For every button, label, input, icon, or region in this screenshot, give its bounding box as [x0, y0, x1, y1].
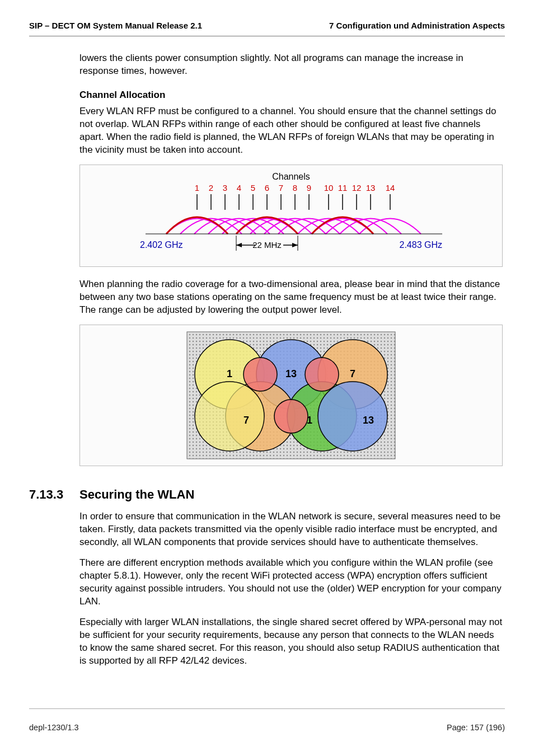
heading-channel-allocation: Channel Allocation [79, 89, 503, 102]
svg-text:2: 2 [209, 183, 213, 192]
svg-text:5: 5 [251, 183, 255, 192]
bandwidth-indicator: 22 MHz [236, 236, 298, 251]
svg-point-44 [243, 358, 277, 391]
svg-text:14: 14 [386, 183, 395, 192]
svg-text:22 MHz: 22 MHz [252, 240, 282, 250]
section-number: 7.13.3 [29, 486, 79, 503]
svg-text:6: 6 [265, 183, 269, 192]
para-securing-3: Especially with larger WLAN installation… [79, 616, 503, 668]
svg-text:1: 1 [227, 368, 232, 379]
header-left: SIP – DECT OM System Manual Release 2.1 [29, 20, 202, 31]
channels-diagram: Channels 1 2 3 4 5 6 7 8 9 10 11 12 13 [90, 170, 493, 262]
section-heading: 7.13.3 Securing the WLAN [29, 486, 505, 503]
footer-right: Page: 157 (196) [447, 722, 505, 734]
para-channel-allocation: Every WLAN RFP must be configured to a c… [79, 105, 503, 157]
para-intro-continuation: lowers the clients power consumption sli… [79, 52, 503, 78]
svg-text:7: 7 [279, 183, 283, 192]
svg-text:11: 11 [338, 183, 348, 192]
channel-arcs [166, 218, 421, 234]
svg-text:4: 4 [237, 183, 241, 192]
footer-rule [29, 708, 505, 709]
svg-text:7: 7 [243, 415, 249, 426]
svg-point-45 [305, 358, 339, 391]
fig1-left-freq: 2.402 GHz [140, 240, 182, 250]
fig1-right-freq: 2.483 GHz [400, 240, 442, 250]
svg-text:13: 13 [366, 183, 376, 192]
figure-channels: Channels 1 2 3 4 5 6 7 8 9 10 11 12 13 [79, 165, 503, 267]
svg-text:1: 1 [195, 183, 199, 192]
header-right: 7 Configuration und Administration Aspec… [329, 20, 505, 31]
svg-text:8: 8 [293, 183, 297, 192]
svg-text:10: 10 [324, 183, 334, 192]
figure-cell-plan: 1 13 7 7 1 13 [79, 325, 503, 466]
para-securing-1: In order to ensure that communication in… [79, 510, 503, 549]
svg-point-48 [195, 382, 264, 451]
svg-text:3: 3 [223, 183, 227, 192]
page-footer: depl-1230/1.3 Page: 157 (196) [29, 704, 505, 734]
svg-point-46 [274, 400, 308, 433]
header-rule [29, 36, 505, 36]
fig1-title: Channels [272, 172, 310, 181]
svg-text:1: 1 [307, 415, 312, 426]
channel-axis: 1 2 3 4 5 6 7 8 9 10 11 12 13 14 [195, 183, 395, 210]
svg-marker-30 [236, 243, 242, 247]
cell-plan-diagram: 1 13 7 7 1 13 [185, 330, 397, 461]
svg-text:13: 13 [285, 368, 297, 379]
svg-text:7: 7 [350, 368, 355, 379]
svg-text:13: 13 [363, 415, 374, 426]
svg-text:12: 12 [352, 183, 362, 192]
para-securing-2: There are different encryption methods a… [79, 557, 503, 608]
section-title: Securing the WLAN [79, 486, 194, 503]
footer-left: depl-1230/1.3 [29, 722, 79, 734]
svg-point-47 [318, 382, 387, 451]
svg-marker-31 [292, 243, 298, 247]
svg-text:9: 9 [307, 183, 311, 192]
para-planning: When planning the radio coverage for a t… [79, 278, 503, 317]
page-header: SIP – DECT OM System Manual Release 2.1 … [29, 20, 505, 35]
